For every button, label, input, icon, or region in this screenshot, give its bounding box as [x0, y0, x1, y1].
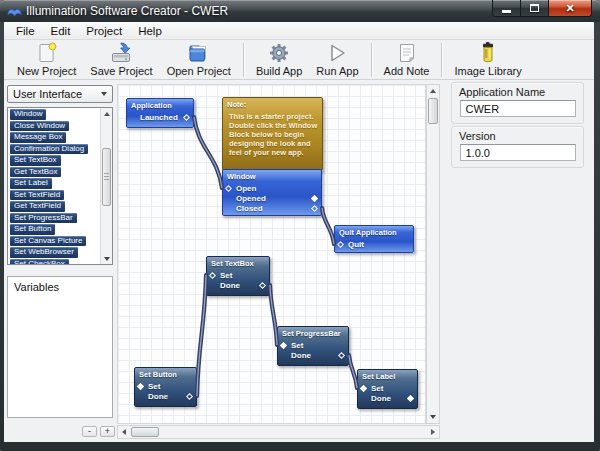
- toolbar: New ProjectSave ProjectOpen ProjectBuild…: [4, 40, 594, 80]
- block-item-set-progressbar[interactable]: Set ProgressBar: [10, 213, 77, 224]
- wire-window-to-quit-application: [322, 208, 334, 244]
- block-item-message-box[interactable]: Message Box: [10, 132, 66, 143]
- scroll-up-icon[interactable]: [427, 85, 439, 97]
- block-category-dropdown[interactable]: User Interface: [7, 85, 113, 103]
- block-item-get-textbox[interactable]: Get TextBox: [10, 167, 61, 178]
- close-button[interactable]: ✕: [548, 0, 592, 17]
- minimize-button[interactable]: [492, 0, 521, 17]
- menu-edit[interactable]: Edit: [43, 22, 79, 40]
- version-label: Version: [452, 127, 583, 144]
- scroll-down-icon[interactable]: [101, 253, 113, 264]
- toolbar-save-project-button[interactable]: Save Project: [83, 41, 159, 79]
- node-set-button[interactable]: Set ButtonSetDone: [134, 367, 197, 407]
- block-item-set-textfield[interactable]: Set TextField: [10, 190, 64, 201]
- toolbar-new-project-button[interactable]: New Project: [10, 41, 83, 79]
- block-list-scrollbar[interactable]: [100, 108, 112, 264]
- node-quit-application[interactable]: Quit ApplicationQuit: [334, 225, 414, 253]
- application-name-group: Application Name: [451, 82, 584, 124]
- scrollbar-thumb[interactable]: [131, 427, 159, 437]
- toolbar-build-app-button[interactable]: Build App: [249, 41, 309, 79]
- canvas-vertical-scrollbar[interactable]: [426, 84, 440, 424]
- note-text: This is a starter project. Double click …: [229, 112, 318, 157]
- node-title: Note:: [227, 100, 320, 109]
- block-item-confirmation-dialog[interactable]: Confirmation Dialog: [10, 144, 88, 155]
- toolbar-run-app-button[interactable]: Run App: [309, 41, 365, 79]
- design-canvas[interactable]: ApplicationLaunchedNote:This is a starte…: [117, 84, 426, 424]
- block-item-set-webbrowser[interactable]: Set WebBrowser: [10, 247, 78, 258]
- node-title: Application: [131, 101, 191, 110]
- block-item-window[interactable]: Window: [10, 109, 46, 120]
- port-diamond-done[interactable]: [186, 393, 193, 400]
- scroll-up-icon[interactable]: [101, 108, 113, 119]
- block-category-value: User Interface: [8, 88, 96, 100]
- wire-set-button-to-set-textbox: [197, 275, 206, 396]
- node-set-textbox[interactable]: Set TextBoxSetDone: [206, 256, 270, 296]
- port-row: Set: [278, 341, 348, 351]
- version-input[interactable]: [460, 144, 576, 161]
- scrollbar-thumb[interactable]: [102, 148, 111, 206]
- block-item-set-checkbox[interactable]: Set CheckBox: [10, 259, 69, 266]
- port-label: Opened: [236, 194, 266, 204]
- port-label: Done: [291, 351, 311, 361]
- port-label: Done: [148, 392, 168, 402]
- run-app-icon: [325, 41, 349, 65]
- port-diamond-open[interactable]: [225, 185, 232, 192]
- port-diamond-launched[interactable]: [183, 114, 190, 121]
- title-bar[interactable]: Illumination Software Creator - CWER ✕: [0, 0, 600, 22]
- toolbar-open-project-button[interactable]: Open Project: [160, 41, 238, 79]
- scroll-right-icon[interactable]: [427, 426, 439, 438]
- node-title: Quit Application: [339, 228, 411, 237]
- block-item-set-button[interactable]: Set Button: [10, 224, 55, 235]
- port-label: Set: [371, 384, 383, 394]
- toolbar-button-label: Open Project: [167, 65, 231, 77]
- scroll-down-icon[interactable]: [427, 411, 439, 423]
- node-title: Set ProgressBar: [282, 329, 346, 338]
- port-label: Quit: [348, 240, 364, 250]
- port-diamond-set[interactable]: [137, 383, 144, 390]
- toolbar-button-label: Build App: [256, 65, 302, 77]
- node-application[interactable]: ApplicationLaunched: [126, 98, 194, 128]
- node-set-progressbar[interactable]: Set ProgressBarSetDone: [277, 326, 349, 366]
- wire-set-progressbar-to-set-label: [349, 355, 357, 388]
- port-diamond-done[interactable]: [338, 352, 345, 359]
- port-diamond-set[interactable]: [209, 272, 216, 279]
- port-diamond-done[interactable]: [259, 282, 266, 289]
- port-label: Open: [236, 184, 256, 194]
- block-item-set-label[interactable]: Set Label: [10, 178, 52, 189]
- toolbar-add-note-button[interactable]: Add Note: [377, 41, 437, 79]
- scroll-left-icon[interactable]: [118, 426, 130, 438]
- port-diamond-set[interactable]: [280, 342, 287, 349]
- node-note[interactable]: Note:This is a starter project. Double c…: [222, 97, 323, 171]
- scrollbar-thumb[interactable]: [428, 98, 438, 124]
- port-diamond-quit[interactable]: [337, 241, 344, 248]
- node-window[interactable]: WindowOpenOpenedClosed: [222, 169, 322, 216]
- menu-project[interactable]: Project: [78, 22, 130, 40]
- block-item-close-window[interactable]: Close Window: [10, 121, 69, 132]
- open-project-icon: [187, 41, 211, 65]
- add-variable-button[interactable]: +: [100, 426, 115, 437]
- node-set-label[interactable]: Set LabelSetDone: [357, 369, 418, 409]
- port-diamond-opened[interactable]: [311, 195, 318, 202]
- block-item-set-textbox[interactable]: Set TextBox: [10, 155, 61, 166]
- toolbar-button-label: Save Project: [90, 65, 152, 77]
- canvas-horizontal-scrollbar[interactable]: [117, 425, 440, 439]
- block-item-set-canvas-picture[interactable]: Set Canvas Picture: [10, 236, 86, 247]
- port-row: Done: [135, 392, 196, 402]
- port-diamond-closed[interactable]: [311, 205, 318, 212]
- application-name-input[interactable]: [460, 100, 576, 117]
- toolbar-image-library-button[interactable]: Image Library: [447, 41, 528, 79]
- maximize-button[interactable]: [521, 0, 548, 17]
- toolbar-button-label: Run App: [316, 65, 358, 77]
- application-name-label: Application Name: [452, 83, 583, 100]
- port-diamond-set[interactable]: [360, 385, 367, 392]
- block-palette-list: WindowClose WindowMessage BoxConfirmatio…: [7, 107, 113, 265]
- toolbar-separator: [371, 43, 372, 77]
- port-row: Done: [207, 281, 269, 291]
- menu-file[interactable]: File: [8, 22, 43, 40]
- remove-variable-button[interactable]: -: [82, 426, 97, 437]
- block-item-get-textfield[interactable]: Get TextField: [10, 201, 65, 212]
- variables-panel[interactable]: Variables: [7, 276, 113, 418]
- window-title: Illumination Software Creator - CWER: [26, 0, 228, 22]
- menu-help[interactable]: Help: [130, 22, 170, 40]
- port-diamond-done[interactable]: [407, 395, 414, 402]
